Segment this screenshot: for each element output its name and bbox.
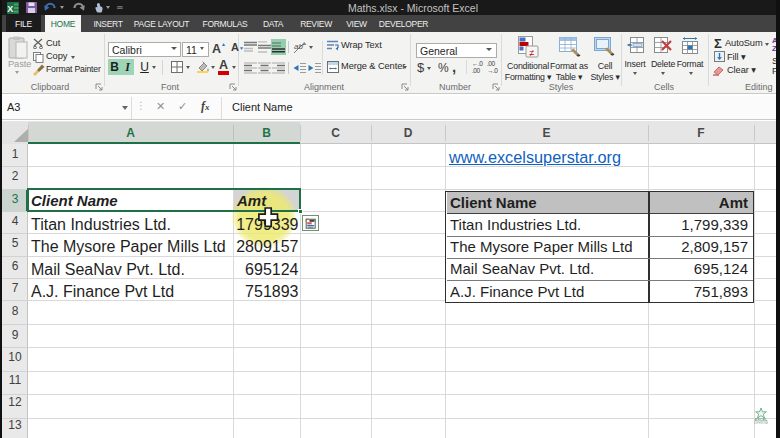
svg-text:≠: ≠ [530,48,535,58]
svg-text:ab: ab [294,42,303,51]
svg-text:SUPERSTAR: SUPERSTAR [754,421,768,425]
svg-text:X: X [7,4,13,14]
